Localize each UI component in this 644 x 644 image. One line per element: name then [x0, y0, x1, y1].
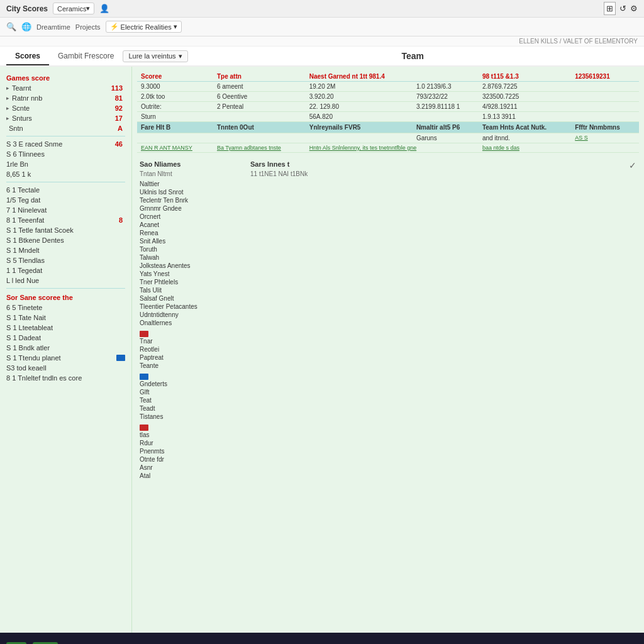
name-item[interactable]: Tistanes — [140, 413, 235, 421]
sidebar-item-tearnt[interactable]: ▸ Tearnt 113 — [0, 83, 131, 93]
col-1235: 1235619231 — [571, 72, 639, 82]
main-layout: Games score ▸ Tearnt 113 ▸ Ratnr nnb 81 … — [0, 67, 644, 633]
sidebar-item-tlinnees[interactable]: S 6 Tlinnees — [0, 149, 131, 159]
table-row: Sturn 56A.820 1.9.13 3911 — [137, 112, 639, 122]
checkmark-icon[interactable]: ✓ — [629, 160, 636, 170]
globe-icon[interactable]: 🌐 — [21, 22, 31, 31]
top-nav-right: ⊞ ↺ ⚙ — [604, 2, 638, 15]
sidebar-item-bndk[interactable]: S 1 Bndk atler — [0, 343, 131, 353]
tab-bar: Scores Gambit Frescore Lure la vreintus … — [0, 47, 644, 67]
sidebar-item-snturs[interactable]: ▸ Snturs 17 — [0, 113, 131, 123]
name-item[interactable]: Tnar — [140, 337, 235, 345]
sidebar-item-1rle[interactable]: 1rle Bn — [0, 159, 131, 169]
sidebar-item-tegedat[interactable]: 1 1 Tegedat — [0, 265, 131, 275]
name-item[interactable]: Onaltlernes — [140, 319, 235, 327]
sidebar-item-btkene[interactable]: S 1 Btkene Dentes — [0, 235, 131, 245]
main-data-table: Scoree Tpe attn Naest Garned nt 1tt 981.… — [137, 72, 639, 153]
second-nav: 🔍 🌐 Dreamtime Projects ⚡ Electric Realit… — [0, 18, 644, 36]
flag-section-1 — [140, 331, 235, 337]
sidebar-item-eraced[interactable]: S 3 E raced Snme 46 — [0, 139, 131, 149]
name-item[interactable]: Uklnis lsd Snrot — [140, 188, 235, 196]
name-item[interactable]: Orcnert — [140, 213, 235, 221]
sidebar-item-scnte[interactable]: ▸ Scnte 92 — [0, 103, 131, 113]
electric-icon: ⚡ — [110, 23, 119, 31]
name-item[interactable]: Paptreat — [140, 353, 235, 362]
fast-forward-button[interactable]: ▶▶ — [33, 642, 58, 645]
table-row: 2.0tk too 6 Oeentive 3.920.20 793/232/22… — [137, 92, 639, 102]
name-item[interactable]: Talwah — [140, 253, 235, 262]
col-98t: 98 t115 &1.3 — [479, 72, 571, 82]
sidebar-item-tinetete[interactable]: 6 5 Tinetete — [0, 303, 131, 313]
sidebar-item-ttendu[interactable]: S 1 Ttendu planet — [0, 353, 131, 363]
name-item[interactable]: Asnr — [140, 464, 235, 472]
sidebar-item-tlendlas[interactable]: S 5 Tlendlas — [0, 255, 131, 265]
sidebar-item-ratnr[interactable]: ▸ Ratnr nnb 81 — [0, 93, 131, 103]
electric-realities-dropdown[interactable]: ⚡ Electric Realities ▾ — [106, 21, 182, 33]
search-icon[interactable]: 🔍 — [6, 22, 16, 31]
names-right-panel: Sars lnnes t 11 t1NE1 NAI t1BNk ✓ — [248, 158, 639, 482]
sidebar-item-mndelt[interactable]: S 1 Mndelt — [0, 245, 131, 255]
play-button[interactable]: ▶ — [6, 642, 26, 645]
sidebar-item-tegdat[interactable]: 1/5 Teg dat — [0, 195, 131, 205]
games-score-title: Games score — [0, 72, 131, 83]
name-item[interactable]: Glft — [140, 388, 235, 396]
sidebar-item-tnleltef[interactable]: 8 1 Tnleltef tndln es core — [0, 373, 131, 383]
name-item[interactable]: Jolksteas Anentes — [140, 262, 235, 270]
name-item[interactable]: Grnnmr Gndee — [140, 204, 235, 213]
sidebar-item-tod[interactable]: S3 tod keaell — [0, 363, 131, 373]
settings-icon[interactable]: ⚙ — [630, 4, 638, 13]
name-item[interactable]: Snit Alles — [140, 237, 235, 245]
name-item[interactable]: Otnte fdr — [140, 455, 235, 464]
name-item[interactable]: Atal — [140, 472, 235, 480]
tab-gambit[interactable]: Gambit Frescore — [49, 48, 123, 65]
name-item[interactable]: Tals Ulit — [140, 286, 235, 294]
sidebar-item-lteetableat[interactable]: S 1 Lteetableat — [0, 323, 131, 333]
name-item[interactable]: Teat — [140, 396, 235, 404]
name-item[interactable]: Acanet — [140, 221, 235, 229]
stars-subtitle: 11 t1NE1 NAI t1BNk — [250, 170, 308, 177]
sidebar-item-tetle[interactable]: S 1 Tetle fantat Scoek — [0, 225, 131, 235]
name-item[interactable]: Teadt — [140, 404, 235, 413]
dreamtime-link[interactable]: Dreamtime — [36, 23, 70, 31]
flag-blue-icon2 — [140, 374, 148, 380]
flag-blue-icon — [116, 355, 125, 361]
sidebar-item-tectale[interactable]: 6 1 Tectale — [0, 185, 131, 195]
name-item[interactable]: Toruth — [140, 245, 235, 253]
sidebar-item-tate[interactable]: S 1 Tate Nait — [0, 313, 131, 323]
sidebar-item-lled[interactable]: L l led Nue — [0, 275, 131, 286]
name-item[interactable]: Renea — [140, 229, 235, 237]
refresh-icon[interactable]: ↺ — [619, 4, 626, 13]
sidebar-item-ninelevat[interactable]: 7 1 Ninelevat — [0, 205, 131, 215]
name-item[interactable]: Gndeterts — [140, 380, 235, 388]
sidebar-item-865[interactable]: 8,65 1 k — [0, 169, 131, 179]
name-item[interactable]: Tner Phtlelels — [140, 278, 235, 286]
name-item[interactable]: Teante — [140, 362, 235, 370]
breadcrumb: ELLEN KILLS / VALET OF ELEMENTORY — [0, 36, 644, 47]
tab-lure-dropdown[interactable]: Lure la vreintus ▾ — [123, 50, 187, 62]
left-sidebar: Games score ▸ Tearnt 113 ▸ Ratnr nnb 81 … — [0, 67, 132, 633]
person-icon[interactable]: 👤 — [99, 4, 109, 13]
names-section: Sao Nliames Tntan Nltmt Nalttier Uklnis … — [137, 158, 639, 482]
sor-sane-title: Sor Sane scoree the — [0, 291, 131, 303]
projects-link[interactable]: Projects — [75, 23, 101, 31]
name-item[interactable]: Salsaf Gnelt — [140, 294, 235, 303]
name-item[interactable]: Yats Ynest — [140, 270, 235, 278]
stars-title: Sars lnnes t — [250, 160, 308, 168]
name-item[interactable]: Nalttier — [140, 180, 235, 188]
sidebar-item-teeenfat[interactable]: 8 1 Teeenfat 8 — [0, 215, 131, 225]
sidebar-item-dadeat[interactable]: S 1 Dadeat — [0, 333, 131, 343]
grid-icon[interactable]: ⊞ — [604, 2, 616, 15]
name-item[interactable]: Pnenmts — [140, 447, 235, 455]
name-item[interactable]: Reotlei — [140, 345, 235, 353]
name-item[interactable]: tlas — [140, 431, 235, 439]
name-item[interactable]: Udntntidtenny — [140, 311, 235, 319]
col-empty — [413, 72, 479, 82]
ceramics-dropdown[interactable]: Ceramics ▾ — [53, 3, 94, 14]
name-item[interactable]: Rdur — [140, 439, 235, 447]
name-item[interactable]: Teclentr Ten Bnrk — [140, 196, 235, 204]
tab-scores[interactable]: Scores — [6, 48, 49, 65]
sidebar-item-sntn[interactable]: Sntn A — [0, 123, 131, 133]
names-left-panel: Sao Nliames Tntan Nltmt Nalttier Uklnis … — [137, 158, 238, 482]
name-item[interactable]: Tleentier Petacantes — [140, 303, 235, 311]
tntan-subtitle: Tntan Nltmt — [140, 170, 235, 177]
